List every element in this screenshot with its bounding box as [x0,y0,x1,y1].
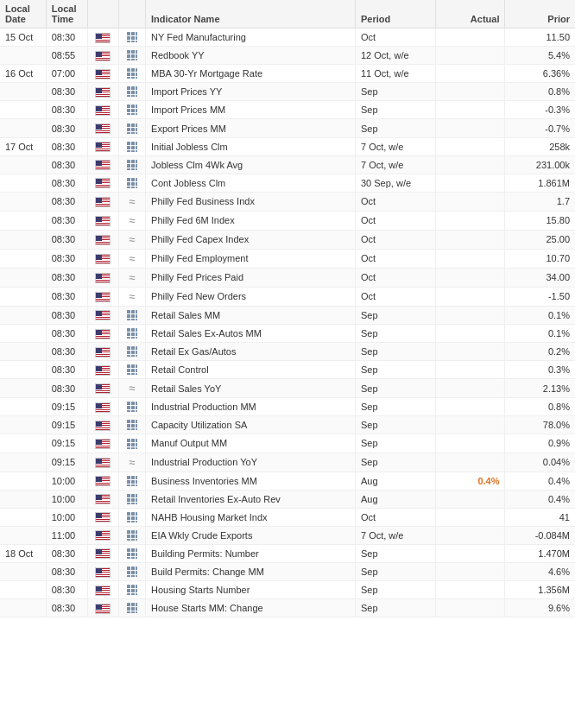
cell-indicator-name[interactable]: Housing Starts Number [146,581,356,599]
cell-indicator-name[interactable]: Philly Fed Capex Index [146,230,356,249]
table-row[interactable]: 08:30 ≈ Retail Sales YoY Sep 2.13% [0,379,575,398]
cell-date [0,324,46,342]
header-period: Period [355,0,435,28]
cell-indicator-name[interactable]: Initial Jobless Clm [146,137,356,155]
flag-us [95,123,111,134]
flag-us [95,421,111,431]
svg-rect-34 [131,95,135,97]
svg-rect-106 [131,355,135,357]
cell-indicator-name[interactable]: Building Permits: Number [146,544,356,562]
svg-rect-17 [136,59,137,60]
cell-indicator-name[interactable]: Build Permits: Change MM [146,562,356,580]
table-row[interactable]: 08:30 Retail Sales Ex-Autos MM Sep 0.1% [0,324,575,342]
svg-rect-40 [131,109,135,112]
cell-time: 08:30 [46,101,87,119]
cell-indicator-name[interactable]: Philly Fed New Orders [146,287,356,306]
svg-rect-50 [136,128,137,131]
svg-rect-154 [131,494,135,497]
cell-indicator-name[interactable]: Export Prices MM [146,119,356,137]
cell-date [0,249,46,268]
svg-rect-203 [136,589,137,592]
table-row[interactable]: 08:30 ≈ Philly Fed Business Indx Oct 1.7 [0,192,575,211]
cell-indicator-name[interactable]: NY Fed Manufacturing [146,28,356,47]
cell-indicator-name[interactable]: MBA 30-Yr Mortgage Rate [146,65,356,83]
cell-indicator-name[interactable]: Import Prices MM [146,101,356,119]
cell-period: Sep [355,306,435,324]
flag-us [95,329,111,339]
table-row[interactable]: 08:30 Retail Ex Gas/Autos Sep 0.2% [0,343,575,361]
table-row[interactable]: 08:30 Cont Jobless Clm 30 Sep, w/e 1.861… [0,174,575,192]
svg-rect-7 [131,41,135,42]
cell-indicator-name[interactable]: Industrial Production MM [146,398,356,416]
cell-indicator-name[interactable]: Retail Inventories Ex-Auto Rev [146,490,356,508]
svg-rect-201 [127,589,130,592]
table-row[interactable]: 08:30 ≈ Philly Fed Capex Index Oct 25.00 [0,230,575,249]
table-row[interactable]: 08:30 Retail Control Sep 0.3% [0,361,575,379]
cell-period: 7 Oct, w/e [355,526,435,544]
table-row[interactable]: 10:00 Retail Inventories Ex-Auto Rev Aug… [0,490,575,508]
cell-prior: 41 [505,508,575,526]
svg-rect-131 [136,424,137,427]
table-row[interactable]: 18 Oct 08:30 Building Permits: Number Se… [0,544,575,562]
cell-indicator-name[interactable]: Retail Sales MM [146,306,356,324]
svg-rect-157 [131,498,135,502]
cell-indicator-name[interactable]: Business Inventories MM [146,472,356,490]
cell-indicator-name[interactable]: Retail Sales YoY [146,379,356,398]
table-row[interactable]: 10:00 Business Inventories MM Aug 0.4% 0… [0,472,575,490]
grid-icon [126,85,138,98]
table-row[interactable]: 08:30 Export Prices MM Sep -0.7% [0,119,575,137]
cell-indicator-name[interactable]: Philly Fed 6M Index [146,211,356,230]
cell-indicator-name[interactable]: Industrial Production YoY [146,453,356,472]
cell-indicator-name[interactable]: House Starts MM: Change [146,599,356,617]
svg-rect-0 [127,32,130,35]
cell-indicator-name[interactable]: Capacity Utilization SA [146,416,356,434]
table-row[interactable]: 11:00 EIA Wkly Crude Exports 7 Oct, w/e … [0,526,575,544]
table-row[interactable]: 16 Oct 07:00 MBA 30-Yr Mortgage Rate 11 … [0,65,575,83]
table-row[interactable]: 08:30 House Starts MM: Change Sep 9.6% [0,599,575,617]
cell-indicator-name[interactable]: Jobless Clm 4Wk Avg [146,155,356,174]
svg-rect-215 [136,611,137,613]
cell-indicator-name[interactable]: Cont Jobless Clm [146,174,356,192]
table-row[interactable]: 17 Oct 08:30 Initial Jobless Clm 7 Oct, … [0,137,575,155]
cell-indicator-name[interactable]: Import Prices YY [146,83,356,101]
cell-indicator-name[interactable]: Philly Fed Prices Paid [146,268,356,287]
table-row[interactable]: 08:30 Retail Sales MM Sep 0.1% [0,306,575,324]
grid-icon [126,159,138,171]
table-row[interactable]: 09:15 ≈ Industrial Production YoY Sep 0.… [0,453,575,472]
table-row[interactable]: 08:30 ≈ Philly Fed New Orders Oct -1.50 [0,287,575,306]
svg-rect-176 [136,535,137,538]
table-row[interactable]: 08:30 Import Prices MM Sep -0.3% [0,101,575,119]
cell-indicator-name[interactable]: Manuf Output MM [146,434,356,453]
cell-indicator-name[interactable]: Philly Fed Employment [146,249,356,268]
table-row[interactable]: 08:55 Redbook YY 12 Oct, w/e 5.4% [0,47,575,65]
table-row[interactable]: 10:00 NAHB Housing Market Indx Oct 41 [0,508,575,526]
cell-indicator-name[interactable]: EIA Wkly Crude Exports [146,526,356,544]
table-row[interactable]: 08:30 Build Permits: Change MM Sep 4.6% [0,562,575,580]
cell-icon [118,416,145,434]
table-row[interactable]: 08:30 ≈ Philly Fed Employment Oct 10.70 [0,249,575,268]
svg-rect-169 [131,521,135,522]
table-row[interactable]: 09:15 Capacity Utilization SA Sep 78.0% [0,416,575,434]
cell-date [0,453,46,472]
table-row[interactable]: 09:15 Manuf Output MM Sep 0.9% [0,434,575,453]
svg-rect-74 [136,178,137,181]
cell-indicator-name[interactable]: Retail Sales Ex-Autos MM [146,324,356,342]
table-row[interactable]: 08:30 Housing Starts Number Sep 1.356M [0,581,575,599]
cell-indicator-name[interactable]: Philly Fed Business Indx [146,192,356,211]
main-container: Local Date LocalTime Indicator Name Peri… [0,0,575,617]
svg-rect-195 [127,575,130,577]
table-row[interactable]: 08:30 ≈ Philly Fed 6M Index Oct 15.80 [0,211,575,230]
cell-icon: ≈ [118,379,145,398]
table-row[interactable]: 15 Oct 08:30 NY Fed Manufacturing Oct 11… [0,28,575,47]
grid-icon [126,419,138,431]
table-row[interactable]: 09:15 Industrial Production MM Sep 0.8% [0,398,575,416]
cell-flag [87,137,118,155]
cell-indicator-name[interactable]: NAHB Housing Market Indx [146,508,356,526]
cell-indicator-name[interactable]: Retail Control [146,361,356,379]
cell-indicator-name[interactable]: Retail Ex Gas/Autos [146,343,356,361]
table-row[interactable]: 08:30 Jobless Clm 4Wk Avg 7 Oct, w/e 231… [0,155,575,174]
table-row[interactable]: 08:30 Import Prices YY Sep 0.8% [0,83,575,101]
table-row[interactable]: 08:30 ≈ Philly Fed Prices Paid Oct 34.00 [0,268,575,287]
grid-icon [126,364,138,376]
cell-indicator-name[interactable]: Redbook YY [146,47,356,65]
